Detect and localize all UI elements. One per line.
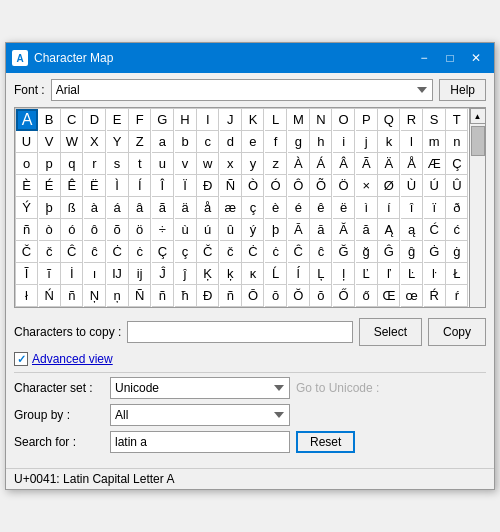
char-cell[interactable]: ō: [265, 285, 287, 307]
char-cell[interactable]: j: [356, 131, 378, 153]
char-cell[interactable]: c: [197, 131, 219, 153]
char-cell[interactable]: ā: [310, 219, 332, 241]
char-cell[interactable]: R: [401, 109, 423, 131]
scroll-up-button[interactable]: ▲: [470, 108, 486, 124]
char-cell[interactable]: Ĺ: [265, 263, 287, 285]
char-cell[interactable]: ý: [242, 219, 264, 241]
char-cell[interactable]: Ã: [356, 153, 378, 175]
char-cell[interactable]: ö: [129, 219, 151, 241]
char-cell[interactable]: v: [175, 153, 197, 175]
char-cell[interactable]: Î: [152, 175, 174, 197]
char-cell[interactable]: Ō: [242, 285, 264, 307]
advanced-checkbox-wrap[interactable]: Advanced view: [14, 352, 113, 366]
select-button[interactable]: Select: [359, 318, 422, 346]
char-cell[interactable]: ĳ: [129, 263, 151, 285]
maximize-button[interactable]: □: [438, 48, 462, 68]
char-cell[interactable]: x: [220, 153, 242, 175]
char-cell[interactable]: ú: [197, 219, 219, 241]
char-cell[interactable]: ç: [242, 197, 264, 219]
char-cell[interactable]: Ø: [378, 175, 400, 197]
char-cell[interactable]: ß: [61, 197, 83, 219]
char-cell[interactable]: þ: [265, 219, 287, 241]
search-input[interactable]: [110, 431, 290, 453]
char-cell[interactable]: Ł: [446, 263, 468, 285]
char-cell[interactable]: ñ: [16, 219, 38, 241]
char-cell[interactable]: V: [39, 131, 61, 153]
char-cell[interactable]: é: [288, 197, 310, 219]
char-cell[interactable]: õ: [107, 219, 129, 241]
char-cell[interactable]: Ŕ: [424, 285, 446, 307]
char-cell[interactable]: á: [107, 197, 129, 219]
char-cell[interactable]: Ì: [107, 175, 129, 197]
char-cell[interactable]: Œ: [378, 285, 400, 307]
char-cell[interactable]: E: [107, 109, 129, 131]
char-cell[interactable]: M: [288, 109, 310, 131]
char-cell[interactable]: k: [378, 131, 400, 153]
char-cell[interactable]: Ò: [242, 175, 264, 197]
advanced-view-label[interactable]: Advanced view: [32, 352, 113, 366]
char-cell[interactable]: B: [39, 109, 61, 131]
char-cell[interactable]: ľ: [378, 263, 400, 285]
char-cell[interactable]: ı: [84, 263, 106, 285]
char-cell[interactable]: Ç: [446, 153, 468, 175]
char-cell[interactable]: Ð: [197, 285, 219, 307]
char-cell[interactable]: e: [242, 131, 264, 153]
char-cell[interactable]: Ā: [288, 219, 310, 241]
char-cell[interactable]: Z: [129, 131, 151, 153]
char-cell[interactable]: Ñ: [129, 285, 151, 307]
char-cell[interactable]: Û: [446, 175, 468, 197]
char-cell[interactable]: ĉ: [310, 241, 332, 263]
char-cell[interactable]: Y: [107, 131, 129, 153]
char-cell[interactable]: č: [39, 241, 61, 263]
char-cell[interactable]: Ċ: [107, 241, 129, 263]
char-cell[interactable]: ł: [16, 285, 38, 307]
char-cell[interactable]: ì: [356, 197, 378, 219]
char-cell[interactable]: Ç: [152, 241, 174, 263]
char-cell[interactable]: ĺ: [288, 263, 310, 285]
char-cell[interactable]: Æ: [424, 153, 446, 175]
char-cell[interactable]: Ľ: [356, 263, 378, 285]
char-cell[interactable]: æ: [220, 197, 242, 219]
char-cell[interactable]: Ċ: [242, 241, 264, 263]
char-cell[interactable]: Ŀ: [401, 263, 423, 285]
char-cell[interactable]: Ķ: [197, 263, 219, 285]
char-cell[interactable]: Ą: [378, 219, 400, 241]
char-cell[interactable]: œ: [401, 285, 423, 307]
char-cell[interactable]: n: [446, 131, 468, 153]
char-cell[interactable]: Ņ: [84, 285, 106, 307]
char-cell[interactable]: ă: [356, 219, 378, 241]
char-cell[interactable]: Ä: [378, 153, 400, 175]
char-cell[interactable]: Q: [378, 109, 400, 131]
char-cell[interactable]: Ĝ: [378, 241, 400, 263]
char-cell[interactable]: è: [265, 197, 287, 219]
char-cell[interactable]: l: [401, 131, 423, 153]
scroll-thumb[interactable]: [471, 126, 485, 156]
char-cell[interactable]: w: [197, 153, 219, 175]
advanced-view-checkbox[interactable]: [14, 352, 28, 366]
char-cell[interactable]: κ: [242, 263, 264, 285]
char-cell[interactable]: É: [39, 175, 61, 197]
close-button[interactable]: ✕: [464, 48, 488, 68]
char-cell[interactable]: Ġ: [424, 241, 446, 263]
char-cell[interactable]: I: [197, 109, 219, 131]
char-cell[interactable]: ñ: [152, 285, 174, 307]
char-cell[interactable]: Ń: [39, 285, 61, 307]
char-cell[interactable]: o: [16, 153, 38, 175]
char-cell[interactable]: F: [129, 109, 151, 131]
char-cell[interactable]: ć: [446, 219, 468, 241]
char-cell[interactable]: ċ: [129, 241, 151, 263]
char-cell[interactable]: İ: [61, 263, 83, 285]
char-cell[interactable]: À: [288, 153, 310, 175]
charset-select[interactable]: Unicode: [110, 377, 290, 399]
char-cell[interactable]: ù: [175, 219, 197, 241]
char-cell[interactable]: þ: [39, 197, 61, 219]
char-cell[interactable]: Ĵ: [152, 263, 174, 285]
char-cell[interactable]: ê: [310, 197, 332, 219]
char-cell[interactable]: Ï: [175, 175, 197, 197]
char-cell[interactable]: Č: [197, 241, 219, 263]
char-cell[interactable]: å: [197, 197, 219, 219]
char-cell[interactable]: Ĉ: [61, 241, 83, 263]
vertical-scrollbar[interactable]: ▲: [469, 108, 485, 307]
char-cell[interactable]: ĉ: [84, 241, 106, 263]
char-cell[interactable]: z: [265, 153, 287, 175]
